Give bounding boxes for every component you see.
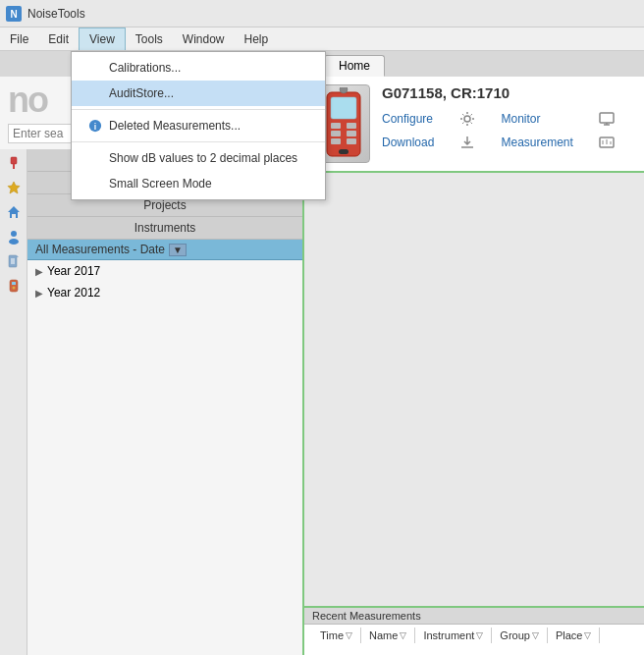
small-screen-icon	[87, 176, 103, 191]
view-dropdown-menu: Calibrations... AuditStore... i Deleted …	[71, 51, 326, 200]
recent-measurements-header: Recent Measurements	[304, 608, 644, 625]
icon-column	[0, 149, 27, 655]
instrument-title: G071158, CR:1710	[382, 84, 632, 101]
instrument-body: G071158, CR:1710 Configure Monitor	[382, 84, 632, 152]
menu-help[interactable]: Help	[235, 27, 279, 50]
instrument-icon[interactable]	[2, 274, 26, 298]
instrument-filter-icon[interactable]: ▽	[476, 630, 483, 640]
tree-year-2017[interactable]: ▶ Year 2017	[27, 260, 302, 282]
tree-arrow-2017: ▶	[35, 266, 43, 277]
svg-rect-15	[10, 280, 18, 292]
measurements-title: All Measurements - Date	[35, 243, 165, 256]
auditstore-icon	[87, 85, 103, 101]
svg-marker-6	[8, 182, 20, 193]
menu-auditstore[interactable]: AuditStore...	[72, 81, 325, 106]
svg-rect-29	[600, 113, 614, 123]
right-panel: G071158, CR:1710 Configure Monitor	[304, 77, 644, 655]
svg-point-28	[464, 116, 470, 122]
tree-year-2012[interactable]: ▶ Year 2012	[27, 282, 302, 303]
device-svg	[319, 87, 368, 161]
svg-rect-20	[331, 123, 341, 129]
person-icon[interactable]	[2, 225, 26, 248]
instrument-actions: Configure Monitor	[382, 109, 632, 152]
menu-file[interactable]: File	[0, 27, 38, 50]
svg-point-27	[340, 87, 348, 93]
recent-columns: Time ▽ Name ▽ Instrument ▽ Group ▽ Place	[304, 625, 644, 646]
col-instrument: Instrument ▽	[415, 628, 492, 643]
measurement-link[interactable]: Measurement	[502, 136, 589, 149]
measurements-section: All Measurements - Date ▼ ▶ Year 2017 ▶ …	[27, 240, 302, 655]
col-place: Place ▽	[548, 628, 601, 643]
time-filter-icon[interactable]: ▽	[346, 630, 352, 640]
svg-point-9	[9, 239, 19, 245]
svg-rect-24	[331, 138, 341, 144]
deleted-icon: i	[87, 118, 103, 134]
configure-icon[interactable]	[457, 109, 477, 129]
svg-point-8	[11, 231, 17, 237]
download-icon[interactable]	[457, 133, 477, 152]
svg-rect-16	[12, 282, 16, 285]
monitor-link[interactable]: Monitor	[502, 112, 589, 126]
instrument-panel: G071158, CR:1710 Configure Monitor	[304, 77, 644, 173]
download-link[interactable]: Download	[382, 136, 450, 149]
db-values-icon	[87, 150, 103, 166]
menu-bar: File Edit View Tools Window Help Calibra…	[0, 27, 644, 51]
tree-arrow-2012: ▶	[35, 288, 43, 299]
menu-small-screen[interactable]: Small Screen Mode	[72, 171, 325, 196]
nav-list: Places People Projects Instruments All M…	[27, 149, 302, 655]
svg-marker-14	[17, 255, 19, 257]
menu-tools[interactable]: Tools	[126, 27, 173, 50]
star-icon[interactable]	[2, 176, 26, 199]
document-icon[interactable]	[2, 249, 26, 273]
home-icon[interactable]	[2, 200, 26, 224]
recent-measurements-panel: Recent Measurements Time ▽ Name ▽ Instru…	[304, 606, 644, 655]
content-area	[304, 173, 644, 606]
svg-rect-26	[339, 149, 349, 154]
app-icon: N	[6, 6, 22, 22]
logo-text: no	[8, 82, 47, 118]
monitor-icon[interactable]	[597, 109, 617, 129]
configure-link[interactable]: Configure	[382, 112, 450, 126]
measurement-icon[interactable]	[597, 133, 617, 152]
place-filter-icon[interactable]: ▽	[584, 630, 591, 640]
svg-point-17	[12, 287, 15, 290]
svg-rect-22	[331, 131, 341, 136]
svg-rect-23	[347, 131, 356, 136]
menu-deleted-measurements[interactable]: i Deleted Measurements...	[72, 113, 325, 138]
col-name: Name ▽	[361, 628, 415, 643]
title-bar: N NoiseTools	[0, 0, 644, 27]
menu-view[interactable]: View	[79, 27, 126, 50]
svg-text:i: i	[94, 122, 96, 132]
measurements-dropdown-btn[interactable]: ▼	[169, 244, 187, 256]
svg-marker-7	[8, 206, 20, 218]
col-group: Group ▽	[492, 628, 548, 643]
dropdown-separator-2	[72, 141, 325, 142]
measurements-header: All Measurements - Date ▼	[27, 240, 302, 260]
dropdown-separator-1	[72, 109, 325, 110]
menu-db-values[interactable]: Show dB values to 2 decimal places	[72, 145, 325, 171]
sidebar-body: Places People Projects Instruments All M…	[0, 149, 302, 655]
svg-rect-21	[347, 123, 356, 129]
group-filter-icon[interactable]: ▽	[532, 630, 539, 640]
nav-instruments[interactable]: Instruments	[27, 217, 302, 240]
svg-rect-19	[331, 97, 356, 119]
app-title: NoiseTools	[27, 7, 85, 21]
svg-text:N: N	[10, 9, 17, 20]
name-filter-icon[interactable]: ▽	[400, 630, 406, 640]
menu-window[interactable]: Window	[173, 27, 235, 50]
menu-edit[interactable]: Edit	[38, 27, 79, 50]
col-time: Time ▽	[312, 628, 361, 643]
svg-rect-5	[13, 164, 15, 169]
calibrations-icon	[87, 60, 103, 76]
svg-rect-25	[347, 138, 356, 144]
tab-home[interactable]: Home	[324, 55, 385, 77]
menu-calibrations[interactable]: Calibrations...	[72, 55, 325, 81]
pin-icon[interactable]	[2, 151, 26, 175]
svg-rect-4	[11, 157, 17, 164]
